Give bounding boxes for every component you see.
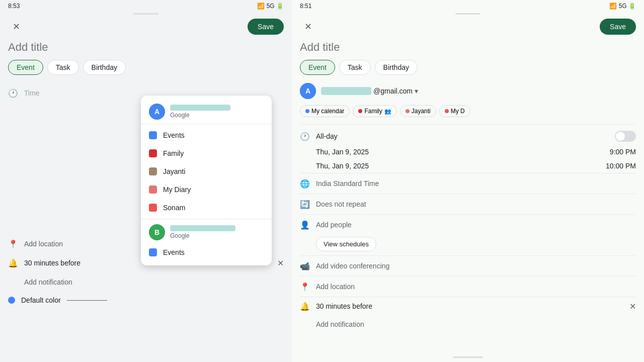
account2-google: Google — [170, 232, 264, 239]
account1-google: Google — [170, 112, 264, 119]
left-signal: 📶 5G 🔋 — [257, 3, 284, 10]
allday-toggle[interactable] — [615, 131, 636, 142]
svg-text:B: B — [154, 228, 159, 236]
family-color — [149, 149, 157, 157]
right-location-row[interactable]: 📍 Add location — [300, 276, 636, 297]
right-add-people-row[interactable]: 👤 Add people — [300, 214, 636, 235]
dropdown-divider-2 — [141, 219, 272, 219]
people-icon: 👤 — [300, 220, 310, 230]
right-notification-remove[interactable]: ✕ — [629, 302, 636, 311]
bell-icon-right: 🔔 — [300, 301, 310, 311]
account2-row: B Google — [141, 221, 272, 243]
dropdown-item-sonam[interactable]: Sonam — [141, 199, 272, 217]
right-date-time-2[interactable]: Thu, Jan 9, 2025 10:00 PM — [300, 159, 636, 173]
view-schedules-button[interactable]: View schedules — [316, 237, 376, 251]
allday-row: 🕐 All-day — [300, 128, 636, 145]
account2-avatar: B — [149, 224, 165, 240]
dropdown-divider-1 — [141, 124, 272, 124]
dropdown-item-jayanti[interactable]: Jayanti — [141, 162, 272, 180]
right-header: ✕ Save — [300, 19, 636, 35]
right-repeat-row[interactable]: 🔄 Does not repeat — [300, 194, 636, 214]
left-notification-remove[interactable]: ✕ — [277, 258, 284, 268]
chip-my-calendar[interactable]: My calendar — [300, 105, 350, 117]
default-color-dot — [8, 297, 15, 304]
jayanti-color — [149, 167, 157, 175]
account1-email-blur — [170, 105, 230, 111]
globe-icon: 🌐 — [300, 178, 310, 189]
video-icon: 📹 — [300, 261, 310, 271]
chip-jayanti[interactable]: Jayanti — [400, 105, 436, 117]
right-add-notification[interactable]: Add notification — [300, 315, 636, 333]
right-email-blur — [321, 87, 371, 95]
left-title-input[interactable] — [8, 41, 284, 54]
chip-family[interactable]: Family 👥 — [353, 105, 396, 117]
right-scroll-bottom — [453, 356, 483, 358]
clock-icon: 🕐 — [8, 88, 18, 98]
right-notification-row: 🔔 30 minutes before ✕ — [300, 297, 636, 315]
right-account-avatar: A — [300, 83, 316, 99]
left-add-notification[interactable]: Add notification — [8, 272, 284, 292]
color-line — [67, 300, 107, 301]
right-type-event[interactable]: Event — [300, 60, 335, 75]
account2-info: Google — [170, 225, 264, 239]
dropdown-item-events-1[interactable]: Events — [141, 126, 272, 144]
chip-myd[interactable]: My D — [439, 105, 470, 117]
chip-dot-my-calendar — [305, 109, 309, 113]
mydiary-color — [149, 186, 157, 194]
right-title-input[interactable] — [300, 41, 636, 54]
right-account-row: A @gmail.com ▾ — [300, 83, 636, 99]
right-time: 8:51 — [300, 3, 311, 10]
left-type-task[interactable]: Task — [47, 60, 79, 75]
right-account-email[interactable]: @gmail.com ▾ — [321, 87, 418, 95]
left-default-color[interactable]: Default color — [8, 292, 284, 308]
right-type-task[interactable]: Task — [339, 60, 371, 75]
svg-text:A: A — [305, 87, 310, 95]
left-save-button[interactable]: Save — [248, 19, 284, 35]
left-panel: 8:53 📶 5G 🔋 ✕ Save Event Task Birthday 🕐… — [0, 0, 292, 362]
account1-row: A Google — [141, 100, 272, 122]
left-type-event[interactable]: Event — [8, 60, 43, 75]
right-type-birthday[interactable]: Birthday — [375, 60, 418, 75]
chip-dot-myd — [445, 109, 449, 113]
left-header: ✕ Save — [8, 19, 284, 35]
right-video-row[interactable]: 📹 Add video conferencing — [300, 255, 636, 276]
sonam-color — [149, 204, 157, 212]
dropdown-item-events-2[interactable]: Events — [141, 243, 272, 261]
add-notification-icon — [8, 277, 18, 287]
location-icon-left: 📍 — [8, 239, 18, 249]
clock-icon-right: 🕐 — [300, 132, 310, 141]
svg-text:A: A — [154, 108, 159, 116]
events-color-1 — [149, 131, 157, 139]
account2-email-blur — [170, 225, 235, 231]
left-type-birthday[interactable]: Birthday — [83, 60, 126, 75]
left-time: 8:53 — [8, 3, 20, 10]
left-type-buttons: Event Task Birthday — [8, 60, 284, 75]
events-color-2 — [149, 248, 157, 256]
status-bar-left: 8:53 📶 5G 🔋 — [0, 0, 292, 12]
chip-dot-family — [358, 109, 362, 113]
right-save-button[interactable]: Save — [600, 19, 636, 35]
account1-avatar: A — [149, 104, 165, 120]
right-date-time-1[interactable]: Thu, Jan 9, 2025 9:00 PM — [300, 145, 636, 159]
status-bar-right: 8:51 📶 5G 🔋 — [292, 0, 644, 12]
right-type-buttons: Event Task Birthday — [300, 60, 636, 75]
left-close-button[interactable]: ✕ — [8, 19, 24, 35]
dropdown-item-mydiary[interactable]: My Diary — [141, 180, 272, 199]
right-signal: 📶 5G 🔋 — [609, 3, 636, 10]
repeat-icon: 🔄 — [300, 199, 310, 209]
right-close-button[interactable]: ✕ — [300, 19, 316, 35]
dropdown-item-family[interactable]: Family — [141, 144, 272, 162]
bell-icon-left: 🔔 — [8, 258, 18, 268]
right-panel: 8:51 📶 5G 🔋 ✕ Save Event Task Birthday A… — [292, 0, 644, 362]
chip-dot-jayanti — [406, 109, 410, 113]
account1-info: Google — [170, 105, 264, 119]
calendar-chips: My calendar Family 👥 Jayanti My D — [300, 105, 636, 117]
right-timezone-row[interactable]: 🌐 India Standard Time — [300, 173, 636, 194]
calendar-dropdown: A Google Events Family Jayanti My Diary — [141, 96, 272, 265]
location-icon-right: 📍 — [300, 282, 310, 292]
